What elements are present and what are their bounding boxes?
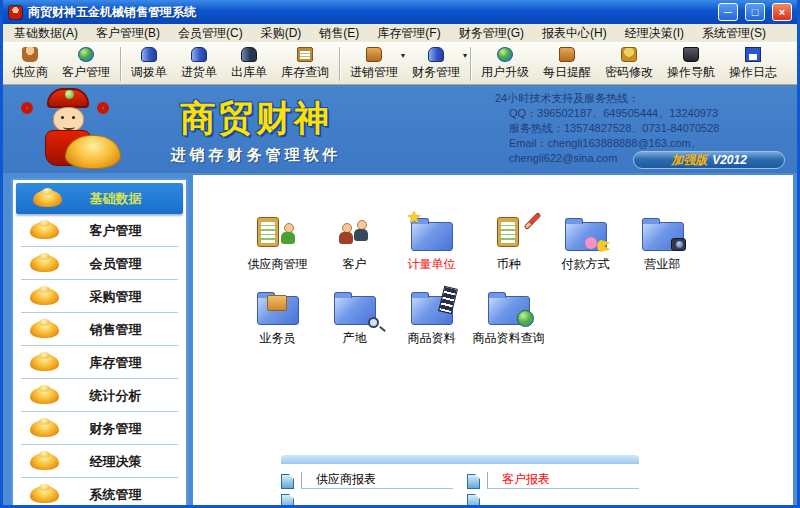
- sidebar-item-customer[interactable]: 客户管理: [13, 214, 186, 247]
- sidebar: 基础数据 客户管理 会员管理 采购管理 销售管理 库存管理: [11, 178, 188, 508]
- menu-finance[interactable]: 财务管理(G): [450, 24, 533, 43]
- report-link[interactable]: 供应商报表: [301, 472, 453, 489]
- sidebar-item-sales[interactable]: 销售管理: [13, 313, 186, 346]
- toolbar-password-button[interactable]: 密码修改: [598, 45, 660, 83]
- version-label: V2012: [712, 153, 747, 167]
- shortcut-label: 供应商管理: [248, 256, 308, 273]
- hotline-line: 服务热线：13574827528、0731-84070528: [495, 121, 797, 136]
- toolbar-label: 财务管理: [412, 64, 460, 81]
- payment-method-icon: [563, 215, 609, 251]
- toolbar-separator: [339, 47, 340, 81]
- origin-icon: [332, 289, 378, 325]
- shortcut-label: 计量单位: [408, 256, 456, 273]
- purchase-order-icon: [191, 47, 207, 62]
- minimize-button[interactable]: ─: [718, 3, 738, 21]
- sidebar-item-label: 统计分析: [59, 387, 186, 405]
- menu-decision[interactable]: 经理决策(I): [616, 24, 693, 43]
- shortcut-label: 商品资料查询: [473, 330, 545, 347]
- user-upgrade-icon: [497, 47, 513, 62]
- toolbar-customer-button[interactable]: 客户管理: [55, 45, 117, 83]
- sidebar-item-label: 经理决策: [59, 453, 186, 471]
- shortcut-goods-query[interactable]: 商品资料查询: [470, 289, 547, 347]
- gold-ingot-icon: [30, 354, 59, 371]
- toolbar-label: 客户管理: [62, 64, 110, 81]
- toolbar-label: 出库单: [231, 64, 267, 81]
- edition-label: 加强版: [671, 152, 707, 169]
- toolbar-supplier-button[interactable]: 供应商: [5, 45, 55, 83]
- menu-sales[interactable]: 销售(E): [310, 24, 368, 43]
- sidebar-item-label: 客户管理: [59, 222, 186, 240]
- shortcut-supplier-manage[interactable]: 供应商管理: [239, 215, 316, 273]
- sidebar-item-label: 基础数据: [62, 190, 183, 208]
- toolbar-user-upgrade-button[interactable]: 用户升级: [474, 45, 536, 83]
- toolbar-purchase-order-button[interactable]: 进货单: [174, 45, 224, 83]
- shortcut-unit[interactable]: ★ 计量单位: [393, 215, 470, 273]
- product-title: 商贸财神: [141, 95, 371, 142]
- toolbar-separator: [470, 47, 471, 81]
- goods-data-icon: [409, 289, 455, 325]
- shortcut-payment-method[interactable]: 付款方式: [547, 215, 624, 273]
- shortcut-currency[interactable]: 币种: [470, 215, 547, 273]
- sidebar-item-purchase[interactable]: 采购管理: [13, 280, 186, 313]
- body-area: 基础数据 客户管理 会员管理 采购管理 销售管理 库存管理: [3, 173, 797, 508]
- shortcut-customer[interactable]: 客户: [316, 215, 393, 273]
- toolbar-outbound-order-button[interactable]: 出库单: [224, 45, 274, 83]
- sidebar-item-statistics[interactable]: 统计分析: [13, 379, 186, 412]
- toolbar-navigation-button[interactable]: 操作导航: [660, 45, 722, 83]
- sidebar-item-decision[interactable]: 经理决策: [13, 445, 186, 478]
- menu-system[interactable]: 系统管理(S): [693, 24, 775, 43]
- toolbar-label: 用户升级: [481, 64, 529, 81]
- maximize-button[interactable]: □: [745, 3, 765, 21]
- log-icon: [745, 47, 761, 62]
- main-panel: 供应商管理 客户 ★ 计量单位: [193, 175, 793, 508]
- gold-ingot-icon: [30, 321, 59, 338]
- toolbar-trade-manage-button[interactable]: 进销管理 ▾: [343, 45, 405, 83]
- report-link[interactable]: 客户报表: [487, 472, 639, 489]
- goods-query-icon: [486, 289, 532, 325]
- toolbar-log-button[interactable]: 操作日志: [722, 45, 784, 83]
- menu-reports[interactable]: 报表中心(H): [533, 24, 616, 43]
- sidebar-item-member[interactable]: 会员管理: [13, 247, 186, 280]
- app-icon: [8, 5, 23, 20]
- report-row-empty[interactable]: [467, 491, 639, 508]
- shortcut-salesman[interactable]: 业务员: [239, 289, 316, 347]
- transfer-order-icon: [141, 47, 157, 62]
- toolbar-stock-query-button[interactable]: 库存查询: [274, 45, 336, 83]
- sidebar-item-system[interactable]: 系统管理: [13, 478, 186, 508]
- toolbar-daily-reminder-button[interactable]: 每日提醒: [536, 45, 598, 83]
- customer-people-icon: [332, 215, 378, 251]
- shortcut-goods-data[interactable]: 商品资料: [393, 289, 470, 347]
- menu-purchase[interactable]: 采购(D): [252, 24, 311, 43]
- sidebar-item-inventory[interactable]: 库存管理: [13, 346, 186, 379]
- report-row-supplier[interactable]: 供应商报表: [281, 471, 453, 489]
- menu-customer[interactable]: 客户管理(B): [87, 24, 169, 43]
- sidebar-item-label: 销售管理: [59, 321, 186, 339]
- shortcut-row-1: 供应商管理 客户 ★ 计量单位: [193, 175, 793, 273]
- business-dept-icon: [640, 215, 686, 251]
- report-row-empty[interactable]: [281, 491, 453, 508]
- sidebar-item-label: 库存管理: [59, 354, 186, 372]
- menu-basic-data[interactable]: 基础数据(A): [5, 24, 87, 43]
- menu-inventory[interactable]: 库存管理(F): [368, 24, 449, 43]
- report-row-customer[interactable]: 客户报表: [467, 471, 639, 489]
- password-icon: [621, 47, 637, 62]
- toolbar-finance-manage-button[interactable]: 财务管理 ▾: [405, 45, 467, 83]
- menu-member[interactable]: 会员管理(C): [169, 24, 252, 43]
- gold-ingot-icon: [30, 255, 59, 272]
- mascot-gem: [65, 90, 74, 99]
- sidebar-item-basic-data[interactable]: 基础数据: [16, 183, 183, 214]
- mascot-face: [53, 107, 84, 132]
- report-panel: 供应商报表 客户报表: [281, 455, 639, 508]
- shortcut-business-dept[interactable]: 营业部: [624, 215, 701, 273]
- close-button[interactable]: ×: [772, 3, 792, 21]
- mascot-god-of-wealth: [13, 88, 123, 170]
- supplier-manage-icon: [255, 215, 301, 251]
- dropdown-arrow-icon[interactable]: ▾: [463, 51, 467, 60]
- title-bar: 商贸财神五金机械销售管理系统 ─ □ ×: [3, 0, 797, 24]
- mascot-knot-icon: [21, 102, 33, 114]
- sidebar-item-finance[interactable]: 财务管理: [13, 412, 186, 445]
- shortcut-origin[interactable]: 产地: [316, 289, 393, 347]
- sidebar-item-label: 财务管理: [59, 420, 186, 438]
- toolbar-transfer-order-button[interactable]: 调拨单: [124, 45, 174, 83]
- version-badge: 加强版 V2012: [633, 151, 785, 169]
